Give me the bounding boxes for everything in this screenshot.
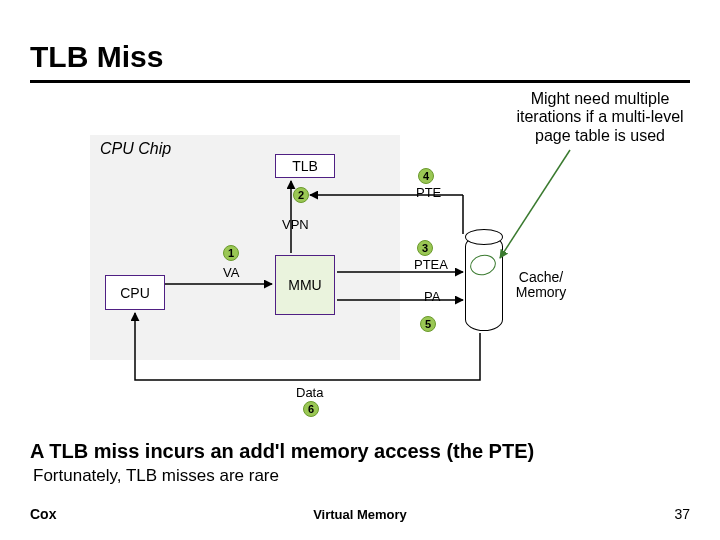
cache-cylinder-top [465,229,503,245]
step-2-badge: 2 [293,187,309,203]
title-underline [30,80,690,83]
cpu-chip-label: CPU Chip [100,140,171,158]
pa-label: PA [424,289,440,304]
footer-page: 37 [674,506,690,522]
step-4-badge: 4 [418,168,434,184]
cache-label: Cache/ Memory [511,255,571,315]
body-statement: A TLB miss incurs an add'l memory access… [30,440,690,463]
step-3-badge: 3 [417,240,433,256]
step-6-badge: 6 [303,401,319,417]
footer-topic: Virtual Memory [0,507,720,522]
data-label: Data [296,385,323,400]
slide-title: TLB Miss [30,40,163,74]
cpu-chip-region [90,135,400,360]
step-1-badge: 1 [223,245,239,261]
vpn-label: VPN [282,217,309,232]
pte-label: PTE [416,185,441,200]
ptea-label: PTEA [414,257,448,272]
cpu-box: CPU [105,275,165,310]
mmu-box: MMU [275,255,335,315]
cache-cylinder [465,235,503,331]
body-sub: Fortunately, TLB misses are rare [33,466,279,486]
note-text: Might need multiple iterations if a mult… [500,90,700,145]
tlb-box: TLB [275,154,335,178]
step-5-badge: 5 [420,316,436,332]
va-label: VA [223,265,239,280]
svg-line-6 [500,150,570,258]
